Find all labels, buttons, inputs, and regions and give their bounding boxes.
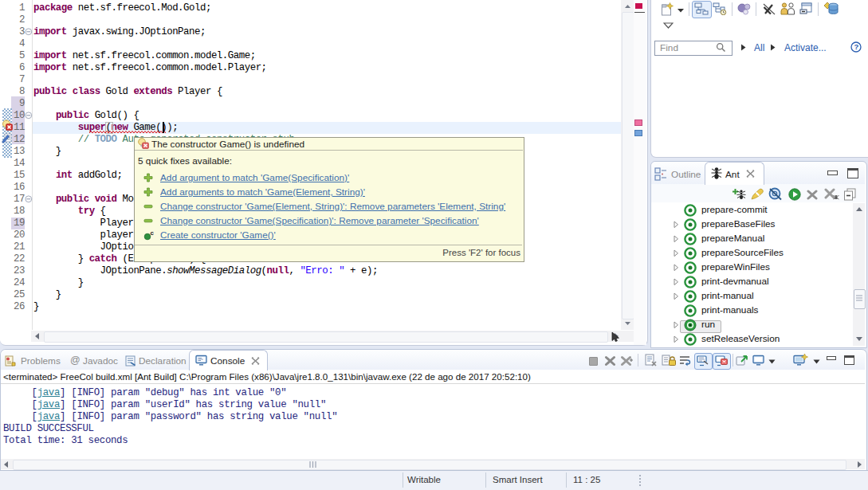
svg-text:?: ?	[854, 42, 859, 51]
svg-text:c: c	[150, 230, 154, 237]
